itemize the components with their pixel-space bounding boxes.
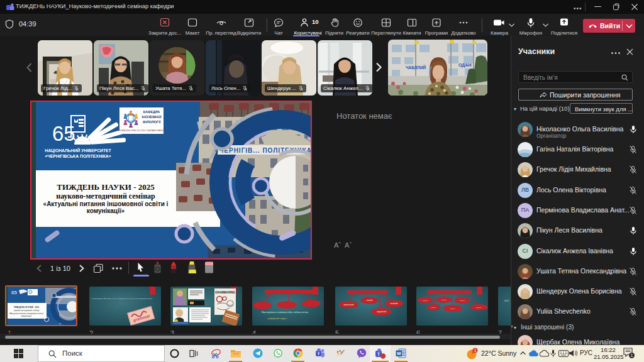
svg-text:академічний: академічний xyxy=(377,310,387,313)
svg-text:65: 65 xyxy=(11,290,17,295)
svg-text:1: 1 xyxy=(631,353,633,358)
svg-text:тренінг: тренінг xyxy=(441,299,447,301)
svg-text:комунікації»: комунікації» xyxy=(21,315,32,317)
svg-text:«ЧЕРНІГІВСЬКА ПОЛІТЕХНІКА»: «ЧЕРНІГІВСЬКА ПОЛІТЕХНІКА» xyxy=(45,154,111,158)
svg-text:GRAMMARING: GRAMMARING xyxy=(215,291,235,294)
svg-text:FOREIGN PHILOLOGY DEPARTMENT: FOREIGN PHILOLOGY DEPARTMENT xyxy=(118,129,165,132)
svg-text:тренінг: тренінг xyxy=(477,307,482,309)
svg-text:ЧАБЛЛИЙ: ЧАБЛЛИЙ xyxy=(406,65,426,70)
svg-text:1: 1 xyxy=(474,348,477,353)
svg-text:у емігрантів і тому ін: у емігрантів і тому ін xyxy=(268,317,287,320)
svg-text:НАЦІОНАЛЬНИЙ УНІВЕРСИТЕТ: НАЦІОНАЛЬНИЙ УНІВЕРСИТЕТ xyxy=(45,148,111,153)
svg-text:комунікації»: комунікації» xyxy=(87,207,125,214)
svg-text:тренінг: тренінг xyxy=(460,300,465,302)
svg-text:мовленнєвий: мовленнєвий xyxy=(344,304,355,306)
svg-text:T: T xyxy=(377,352,380,356)
svg-text:освітній: освітній xyxy=(367,299,373,302)
svg-text:тренінг: тренінг xyxy=(423,300,428,302)
svg-text:ІНОЗЕМНОЇ: ІНОЗЕМНОЇ xyxy=(142,115,162,119)
svg-text:W: W xyxy=(397,351,401,356)
svg-text:ФІЛОЛОГІЇ: ФІЛОЛОГІЇ xyxy=(143,120,161,124)
svg-text:науково-методичний семінар: науково-методичний семінар xyxy=(56,192,155,200)
svg-text:ТИЖДЕНЬ НАУКИ - 2025: ТИЖДЕНЬ НАУКИ - 2025 xyxy=(14,306,40,309)
svg-text:науково-методичний семінар: науково-методичний семінар xyxy=(14,309,40,312)
svg-text:ОДАН: ОДАН xyxy=(458,63,471,68)
svg-text:Мова внутрішньо та зовнішньо с: Мова внутрішньо та зовнішньо стійка, ста… xyxy=(262,311,309,314)
svg-text:тренінг: тренінг xyxy=(450,308,455,310)
svg-text:космічний: космічний xyxy=(391,302,398,305)
svg-text:КАФЕДРА: КАФЕДРА xyxy=(143,110,160,114)
svg-text:ОСОБЛИВОСТІ ФОРМУВАННЯ ТА РОЗВ: ОСОБЛИВОСТІ ФОРМУВАННЯ ТА РОЗВИТКУ ГРАМА… xyxy=(92,298,153,300)
svg-text:T: T xyxy=(318,352,320,356)
svg-text:«Актуальні питання іншомовної: «Актуальні питання іншомовної освіти і xyxy=(43,200,169,207)
svg-text:тренінг: тренінг xyxy=(431,307,436,309)
svg-text:65: 65 xyxy=(52,122,75,145)
svg-text:ОСО: ОСО xyxy=(504,300,509,302)
svg-text:ТИЖДЕНЬ НАУКИ - 2025: ТИЖДЕНЬ НАУКИ - 2025 xyxy=(57,182,155,192)
